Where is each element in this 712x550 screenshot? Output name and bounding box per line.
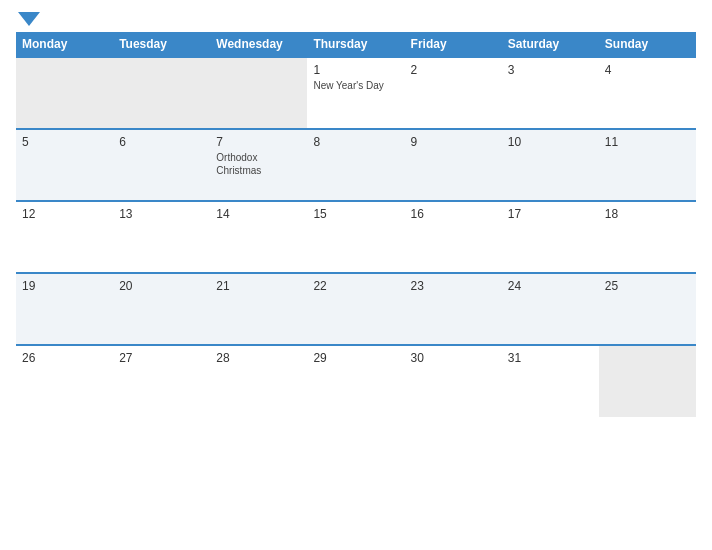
day-cell: 23 <box>405 273 502 345</box>
day-cell <box>599 345 696 417</box>
day-number: 23 <box>411 279 496 293</box>
day-cell: 9 <box>405 129 502 201</box>
col-header-friday: Friday <box>405 32 502 57</box>
week-row-4: 19202122232425 <box>16 273 696 345</box>
day-number: 20 <box>119 279 204 293</box>
day-number: 18 <box>605 207 690 221</box>
logo <box>16 12 40 26</box>
day-number: 29 <box>313 351 398 365</box>
holiday-label: New Year's Day <box>313 79 398 92</box>
day-cell <box>113 57 210 129</box>
week-row-5: 262728293031 <box>16 345 696 417</box>
days-of-week-row: MondayTuesdayWednesdayThursdayFridaySatu… <box>16 32 696 57</box>
day-cell: 27 <box>113 345 210 417</box>
day-number: 26 <box>22 351 107 365</box>
day-number: 1 <box>313 63 398 77</box>
day-cell: 28 <box>210 345 307 417</box>
day-number: 14 <box>216 207 301 221</box>
day-number: 12 <box>22 207 107 221</box>
day-cell <box>210 57 307 129</box>
day-cell: 30 <box>405 345 502 417</box>
day-number: 6 <box>119 135 204 149</box>
day-cell: 29 <box>307 345 404 417</box>
col-header-monday: Monday <box>16 32 113 57</box>
day-cell: 16 <box>405 201 502 273</box>
day-number: 22 <box>313 279 398 293</box>
day-number: 2 <box>411 63 496 77</box>
week-row-1: 1New Year's Day234 <box>16 57 696 129</box>
day-number: 8 <box>313 135 398 149</box>
day-number: 28 <box>216 351 301 365</box>
day-cell: 21 <box>210 273 307 345</box>
day-number: 31 <box>508 351 593 365</box>
week-row-2: 567Orthodox Christmas891011 <box>16 129 696 201</box>
col-header-sunday: Sunday <box>599 32 696 57</box>
calendar-body: 1New Year's Day234567Orthodox Christmas8… <box>16 57 696 417</box>
day-cell: 20 <box>113 273 210 345</box>
day-cell: 6 <box>113 129 210 201</box>
day-cell: 22 <box>307 273 404 345</box>
day-cell: 4 <box>599 57 696 129</box>
day-cell: 26 <box>16 345 113 417</box>
day-number: 3 <box>508 63 593 77</box>
day-cell: 3 <box>502 57 599 129</box>
day-cell <box>16 57 113 129</box>
week-row-3: 12131415161718 <box>16 201 696 273</box>
day-cell: 24 <box>502 273 599 345</box>
day-number: 19 <box>22 279 107 293</box>
day-cell: 15 <box>307 201 404 273</box>
day-cell: 12 <box>16 201 113 273</box>
day-cell: 19 <box>16 273 113 345</box>
day-number: 30 <box>411 351 496 365</box>
day-number: 27 <box>119 351 204 365</box>
day-cell: 8 <box>307 129 404 201</box>
day-cell: 17 <box>502 201 599 273</box>
day-number: 9 <box>411 135 496 149</box>
col-header-tuesday: Tuesday <box>113 32 210 57</box>
day-number: 4 <box>605 63 690 77</box>
day-cell: 13 <box>113 201 210 273</box>
svg-marker-0 <box>18 12 40 26</box>
col-header-thursday: Thursday <box>307 32 404 57</box>
holiday-label: Orthodox Christmas <box>216 151 301 177</box>
day-cell: 2 <box>405 57 502 129</box>
day-cell: 7Orthodox Christmas <box>210 129 307 201</box>
header <box>16 12 696 26</box>
day-cell: 5 <box>16 129 113 201</box>
logo-triangle-icon <box>18 12 40 26</box>
day-cell: 18 <box>599 201 696 273</box>
day-number: 11 <box>605 135 690 149</box>
calendar-table: MondayTuesdayWednesdayThursdayFridaySatu… <box>16 32 696 417</box>
day-cell: 14 <box>210 201 307 273</box>
day-number: 16 <box>411 207 496 221</box>
day-cell: 25 <box>599 273 696 345</box>
day-number: 15 <box>313 207 398 221</box>
calendar-page: MondayTuesdayWednesdayThursdayFridaySatu… <box>0 0 712 550</box>
col-header-saturday: Saturday <box>502 32 599 57</box>
day-cell: 11 <box>599 129 696 201</box>
day-cell: 31 <box>502 345 599 417</box>
day-number: 10 <box>508 135 593 149</box>
calendar-header: MondayTuesdayWednesdayThursdayFridaySatu… <box>16 32 696 57</box>
day-number: 21 <box>216 279 301 293</box>
col-header-wednesday: Wednesday <box>210 32 307 57</box>
day-number: 17 <box>508 207 593 221</box>
day-cell: 1New Year's Day <box>307 57 404 129</box>
day-number: 25 <box>605 279 690 293</box>
day-cell: 10 <box>502 129 599 201</box>
day-number: 13 <box>119 207 204 221</box>
day-number: 5 <box>22 135 107 149</box>
day-number: 24 <box>508 279 593 293</box>
day-number: 7 <box>216 135 301 149</box>
